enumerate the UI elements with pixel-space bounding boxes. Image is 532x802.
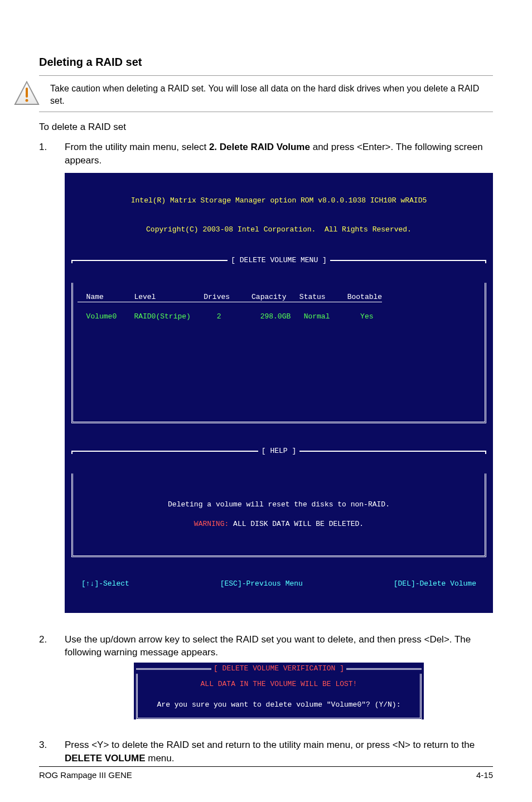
caution-callout: Take caution when deleting a RAID set. Y… [39,75,493,112]
bios-help-title: [ HELP ] [258,446,299,456]
caution-icon [13,80,40,107]
dialog-warning: ALL DATA IN THE VOLUME WILL BE LOST! [141,679,417,689]
bios-key-delete: [DEL]-Delete Volume [394,579,476,589]
footer-page-number: 4-15 [476,770,493,780]
bios-key-select: [↑↓]-Select [81,579,129,589]
bios-help-line-2: WARNING: ALL DISK DATA WILL BE DELETED. [78,519,480,529]
svg-point-3 [26,99,28,102]
bios-table-row: Volume0 RAID0(Stripe) 2 298.0GB Normal Y… [78,312,480,322]
bios-table-header: Name Level Drives Capacity Status Bootab… [78,292,480,302]
step-2: Use the up/down arrow key to select the … [39,633,493,728]
step-1-text-a: From the utility main menu, select [65,142,209,152]
step-3-text-bold: DELETE VOLUME [65,753,146,764]
bios-help-line-1: Deleting a volume will reset the disks t… [78,500,480,510]
bios-menu-title: [ DELETE VOLUME MENU ] [228,255,330,265]
bios-confirm-dialog: [ DELETE VOLUME VERIFICATION ] ALL DATA … [134,663,424,719]
step-2-text: Use the up/down arrow key to select the … [65,634,471,658]
bios-delete-volume-screen: Intel(R) Matrix Storage Manager option R… [65,173,493,613]
step-3: Press <Y> to delete the RAID set and ret… [39,738,493,765]
bios-header-2: Copyright(C) 2003-08 Intel Corporation. … [65,225,493,235]
section-heading: Deleting a RAID set [39,56,493,69]
bios-keybind-footer: [↑↓]-Select [ESC]-Previous Menu [DEL]-De… [65,578,493,590]
step-1: From the utility main menu, select 2. De… [39,141,493,623]
subsection-intro: To delete a RAID set [39,121,493,134]
step-3-text-c: menu. [146,753,175,764]
bios-header-1: Intel(R) Matrix Storage Manager option R… [65,196,493,206]
bios-key-previous: [ESC]-Previous Menu [220,579,303,589]
step-1-text-bold: 2. Delete RAID Volume [209,142,310,152]
step-3-text-a: Press <Y> to delete the RAID set and ret… [65,740,475,750]
svg-rect-2 [26,88,28,98]
dialog-title: [ DELETE VOLUME VERIFICATION ] [211,664,346,674]
dialog-prompt: Are you sure you want to delete volume "… [141,700,417,710]
footer-product: ROG Rampage III GENE [39,770,132,780]
page-footer: ROG Rampage III GENE 4-15 [39,766,493,780]
caution-text: Take caution when deleting a RAID set. Y… [50,80,493,107]
